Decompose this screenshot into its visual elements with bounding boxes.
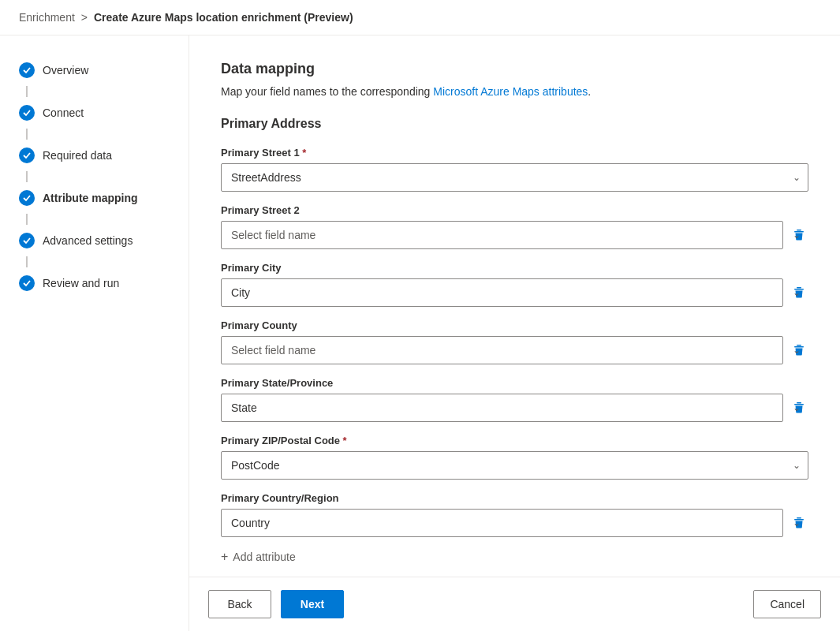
subtitle-text: Map your field names to the correspondin… — [221, 85, 433, 98]
svg-rect-6 — [797, 402, 801, 404]
breadcrumb-root: Enrichment — [19, 11, 75, 24]
section-title: Data mapping — [221, 61, 808, 77]
select-wrapper-primary-street-1: StreetAddress ⌄ — [221, 163, 808, 192]
plus-icon: + — [221, 550, 228, 564]
page-wrapper: Enrichment > Create Azure Maps location … — [0, 0, 840, 631]
field-group-primary-country: Primary Country/Region Country ⌄ — [221, 492, 808, 537]
sidebar-label-attribute-mapping: Attribute mapping — [43, 192, 138, 204]
sidebar-item-overview[interactable]: Overview — [0, 54, 189, 86]
svg-rect-1 — [794, 231, 804, 233]
sidebar-label-advanced-settings: Advanced settings — [43, 234, 133, 247]
breadcrumb-current: Create Azure Maps location enrichment (P… — [94, 11, 353, 24]
sidebar-label-overview: Overview — [43, 64, 88, 77]
check-icon-overview — [19, 62, 35, 78]
svg-rect-2 — [797, 287, 801, 289]
select-primary-county[interactable]: Select field name — [221, 336, 783, 364]
select-primary-zip[interactable]: PostCode — [221, 451, 808, 480]
check-icon-required-data — [19, 147, 35, 163]
svg-rect-7 — [794, 404, 804, 405]
check-icon-advanced-settings — [19, 233, 35, 248]
main-area: Overview Connect Required data — [0, 35, 840, 631]
sidebar-item-advanced-settings[interactable]: Advanced settings — [0, 225, 189, 256]
select-wrapper-primary-county: Select field name ⌄ — [221, 336, 808, 364]
select-wrapper-primary-street-2: Select field name ⌄ — [221, 221, 808, 249]
field-label-primary-street-1: Primary Street 1 * — [221, 147, 808, 159]
svg-rect-9 — [794, 519, 804, 521]
sidebar-connector-1 — [26, 86, 28, 97]
sidebar-connector-2 — [26, 129, 28, 140]
select-wrapper-primary-country: Country ⌄ — [221, 509, 808, 537]
next-button[interactable]: Next — [281, 590, 344, 618]
footer: Back Next Cancel — [189, 577, 840, 631]
field-label-primary-street-2: Primary Street 2 — [221, 204, 808, 216]
required-marker-street-1: * — [302, 147, 306, 159]
required-marker-zip: * — [343, 435, 347, 446]
field-group-primary-street-2: Primary Street 2 Select field name ⌄ — [221, 204, 808, 249]
svg-rect-8 — [797, 517, 801, 519]
delete-button-country[interactable] — [790, 513, 808, 532]
sidebar-connector-4 — [26, 214, 28, 225]
add-attribute-label: Add attribute — [233, 551, 295, 563]
svg-rect-4 — [797, 345, 801, 346]
subtitle-period: . — [588, 85, 591, 98]
check-icon-attribute-mapping — [19, 190, 35, 206]
select-primary-street-2[interactable]: Select field name — [221, 221, 783, 249]
field-group-primary-zip: Primary ZIP/Postal Code * PostCode ⌄ — [221, 435, 808, 480]
delete-button-state[interactable] — [790, 398, 808, 417]
field-group-primary-city: Primary City City ⌄ — [221, 262, 808, 307]
field-group-primary-street-1: Primary Street 1 * StreetAddress ⌄ — [221, 147, 808, 192]
cancel-button[interactable]: Cancel — [753, 590, 821, 618]
sidebar-item-connect[interactable]: Connect — [0, 97, 189, 129]
sidebar-item-review-and-run[interactable]: Review and run — [0, 267, 189, 299]
content-area: Data mapping Map your field names to the… — [189, 35, 840, 577]
field-group-primary-state: Primary State/Province State ⌄ — [221, 377, 808, 422]
field-label-primary-city: Primary City — [221, 262, 808, 274]
select-wrapper-primary-state: State ⌄ — [221, 394, 808, 422]
select-primary-street-1[interactable]: StreetAddress — [221, 163, 808, 192]
sidebar-label-required-data: Required data — [43, 149, 112, 162]
content-wrapper: Data mapping Map your field names to the… — [189, 35, 840, 631]
select-wrapper-primary-city: City ⌄ — [221, 278, 808, 307]
svg-rect-5 — [794, 346, 804, 348]
svg-rect-3 — [794, 289, 804, 290]
sidebar-item-required-data[interactable]: Required data — [0, 140, 189, 171]
check-icon-connect — [19, 105, 35, 121]
field-label-primary-county: Primary County — [221, 319, 808, 331]
select-primary-country[interactable]: Country — [221, 509, 783, 537]
sidebar-connector-5 — [26, 256, 28, 267]
select-primary-city[interactable]: City — [221, 278, 783, 307]
sidebar-item-attribute-mapping[interactable]: Attribute mapping — [0, 182, 189, 214]
select-wrapper-primary-zip: PostCode ⌄ — [221, 451, 808, 480]
sidebar-connector-3 — [26, 171, 28, 182]
sidebar-label-review-and-run: Review and run — [43, 277, 119, 289]
field-label-primary-country: Primary Country/Region — [221, 492, 808, 504]
select-primary-state[interactable]: State — [221, 394, 783, 422]
delete-button-county[interactable] — [790, 341, 808, 360]
field-group-primary-county: Primary County Select field name ⌄ — [221, 319, 808, 364]
subtitle-link[interactable]: Microsoft Azure Maps attributes — [433, 85, 588, 98]
delete-button-city[interactable] — [790, 283, 808, 302]
field-label-primary-zip: Primary ZIP/Postal Code * — [221, 435, 808, 446]
add-attribute-button[interactable]: + Add attribute — [221, 550, 808, 564]
back-button[interactable]: Back — [208, 590, 271, 618]
primary-address-title: Primary Address — [221, 117, 808, 131]
field-label-primary-state: Primary State/Province — [221, 377, 808, 389]
sidebar-label-connect: Connect — [43, 106, 84, 119]
check-icon-review-and-run — [19, 275, 35, 291]
header: Enrichment > Create Azure Maps location … — [0, 0, 840, 35]
svg-rect-0 — [797, 230, 801, 231]
breadcrumb-separator: > — [81, 11, 88, 24]
sidebar: Overview Connect Required data — [0, 35, 189, 631]
footer-left-buttons: Back Next — [208, 590, 344, 618]
section-subtitle: Map your field names to the correspondin… — [221, 85, 808, 98]
delete-button-street-2[interactable] — [790, 226, 808, 245]
